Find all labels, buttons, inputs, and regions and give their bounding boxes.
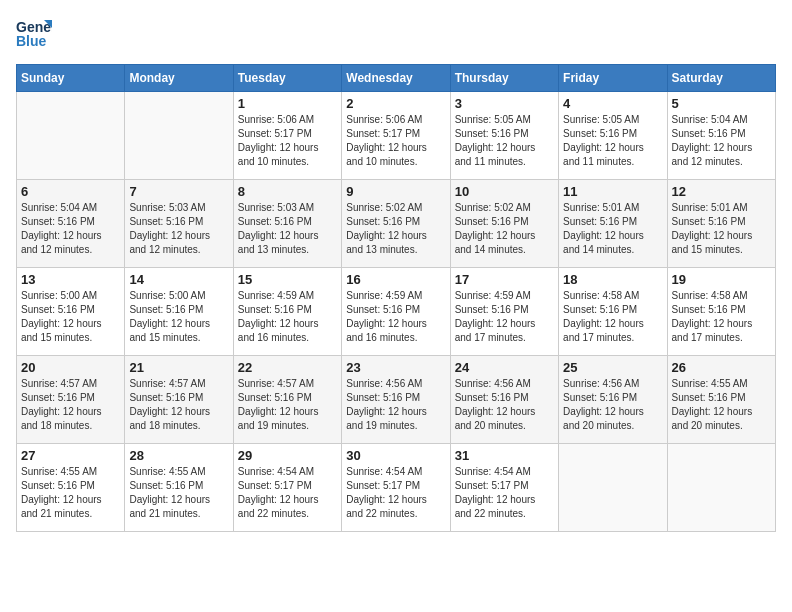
day-header-saturday: Saturday xyxy=(667,65,775,92)
calendar-cell: 23 Sunrise: 4:56 AMSunset: 5:16 PMDaylig… xyxy=(342,356,450,444)
day-info: Sunrise: 5:02 AMSunset: 5:16 PMDaylight:… xyxy=(455,201,554,257)
day-number: 12 xyxy=(672,184,771,199)
day-info: Sunrise: 5:05 AMSunset: 5:16 PMDaylight:… xyxy=(455,113,554,169)
day-info: Sunrise: 4:58 AMSunset: 5:16 PMDaylight:… xyxy=(563,289,662,345)
day-number: 28 xyxy=(129,448,228,463)
header: General Blue xyxy=(16,16,776,52)
day-info: Sunrise: 4:54 AMSunset: 5:17 PMDaylight:… xyxy=(346,465,445,521)
day-number: 1 xyxy=(238,96,337,111)
calendar-cell: 19 Sunrise: 4:58 AMSunset: 5:16 PMDaylig… xyxy=(667,268,775,356)
day-info: Sunrise: 5:03 AMSunset: 5:16 PMDaylight:… xyxy=(238,201,337,257)
calendar-cell xyxy=(559,444,667,532)
day-number: 15 xyxy=(238,272,337,287)
logo: General Blue xyxy=(16,16,52,52)
day-header-monday: Monday xyxy=(125,65,233,92)
calendar-cell: 24 Sunrise: 4:56 AMSunset: 5:16 PMDaylig… xyxy=(450,356,558,444)
calendar-cell: 5 Sunrise: 5:04 AMSunset: 5:16 PMDayligh… xyxy=(667,92,775,180)
day-info: Sunrise: 4:56 AMSunset: 5:16 PMDaylight:… xyxy=(455,377,554,433)
day-number: 2 xyxy=(346,96,445,111)
day-info: Sunrise: 5:04 AMSunset: 5:16 PMDaylight:… xyxy=(672,113,771,169)
day-number: 8 xyxy=(238,184,337,199)
day-number: 23 xyxy=(346,360,445,375)
calendar-week-row: 27 Sunrise: 4:55 AMSunset: 5:16 PMDaylig… xyxy=(17,444,776,532)
calendar-cell: 20 Sunrise: 4:57 AMSunset: 5:16 PMDaylig… xyxy=(17,356,125,444)
calendar-cell: 29 Sunrise: 4:54 AMSunset: 5:17 PMDaylig… xyxy=(233,444,341,532)
day-header-thursday: Thursday xyxy=(450,65,558,92)
day-info: Sunrise: 5:03 AMSunset: 5:16 PMDaylight:… xyxy=(129,201,228,257)
calendar-cell: 28 Sunrise: 4:55 AMSunset: 5:16 PMDaylig… xyxy=(125,444,233,532)
calendar-cell: 27 Sunrise: 4:55 AMSunset: 5:16 PMDaylig… xyxy=(17,444,125,532)
day-number: 21 xyxy=(129,360,228,375)
day-number: 17 xyxy=(455,272,554,287)
calendar-cell: 18 Sunrise: 4:58 AMSunset: 5:16 PMDaylig… xyxy=(559,268,667,356)
day-info: Sunrise: 4:55 AMSunset: 5:16 PMDaylight:… xyxy=(21,465,120,521)
calendar-cell: 25 Sunrise: 4:56 AMSunset: 5:16 PMDaylig… xyxy=(559,356,667,444)
calendar-cell: 17 Sunrise: 4:59 AMSunset: 5:16 PMDaylig… xyxy=(450,268,558,356)
calendar-cell: 31 Sunrise: 4:54 AMSunset: 5:17 PMDaylig… xyxy=(450,444,558,532)
day-info: Sunrise: 4:58 AMSunset: 5:16 PMDaylight:… xyxy=(672,289,771,345)
day-number: 9 xyxy=(346,184,445,199)
day-info: Sunrise: 4:59 AMSunset: 5:16 PMDaylight:… xyxy=(346,289,445,345)
calendar-cell: 2 Sunrise: 5:06 AMSunset: 5:17 PMDayligh… xyxy=(342,92,450,180)
calendar-cell: 22 Sunrise: 4:57 AMSunset: 5:16 PMDaylig… xyxy=(233,356,341,444)
calendar-header-row: SundayMondayTuesdayWednesdayThursdayFrid… xyxy=(17,65,776,92)
day-number: 4 xyxy=(563,96,662,111)
day-header-sunday: Sunday xyxy=(17,65,125,92)
svg-text:Blue: Blue xyxy=(16,33,47,49)
day-header-friday: Friday xyxy=(559,65,667,92)
calendar-cell xyxy=(125,92,233,180)
calendar-cell xyxy=(17,92,125,180)
calendar-week-row: 20 Sunrise: 4:57 AMSunset: 5:16 PMDaylig… xyxy=(17,356,776,444)
calendar-cell: 1 Sunrise: 5:06 AMSunset: 5:17 PMDayligh… xyxy=(233,92,341,180)
day-number: 25 xyxy=(563,360,662,375)
calendar-cell: 14 Sunrise: 5:00 AMSunset: 5:16 PMDaylig… xyxy=(125,268,233,356)
calendar-cell: 4 Sunrise: 5:05 AMSunset: 5:16 PMDayligh… xyxy=(559,92,667,180)
day-number: 19 xyxy=(672,272,771,287)
day-info: Sunrise: 4:55 AMSunset: 5:16 PMDaylight:… xyxy=(129,465,228,521)
day-number: 31 xyxy=(455,448,554,463)
calendar-cell: 26 Sunrise: 4:55 AMSunset: 5:16 PMDaylig… xyxy=(667,356,775,444)
day-info: Sunrise: 4:55 AMSunset: 5:16 PMDaylight:… xyxy=(672,377,771,433)
day-info: Sunrise: 4:57 AMSunset: 5:16 PMDaylight:… xyxy=(21,377,120,433)
calendar-cell: 16 Sunrise: 4:59 AMSunset: 5:16 PMDaylig… xyxy=(342,268,450,356)
day-number: 14 xyxy=(129,272,228,287)
calendar-cell: 3 Sunrise: 5:05 AMSunset: 5:16 PMDayligh… xyxy=(450,92,558,180)
day-number: 22 xyxy=(238,360,337,375)
day-info: Sunrise: 4:54 AMSunset: 5:17 PMDaylight:… xyxy=(455,465,554,521)
day-number: 27 xyxy=(21,448,120,463)
calendar-cell xyxy=(667,444,775,532)
day-info: Sunrise: 5:01 AMSunset: 5:16 PMDaylight:… xyxy=(563,201,662,257)
calendar-table: SundayMondayTuesdayWednesdayThursdayFrid… xyxy=(16,64,776,532)
calendar-cell: 21 Sunrise: 4:57 AMSunset: 5:16 PMDaylig… xyxy=(125,356,233,444)
day-header-tuesday: Tuesday xyxy=(233,65,341,92)
day-info: Sunrise: 5:04 AMSunset: 5:16 PMDaylight:… xyxy=(21,201,120,257)
day-number: 6 xyxy=(21,184,120,199)
day-number: 10 xyxy=(455,184,554,199)
calendar-cell: 13 Sunrise: 5:00 AMSunset: 5:16 PMDaylig… xyxy=(17,268,125,356)
calendar-week-row: 13 Sunrise: 5:00 AMSunset: 5:16 PMDaylig… xyxy=(17,268,776,356)
day-number: 20 xyxy=(21,360,120,375)
calendar-cell: 12 Sunrise: 5:01 AMSunset: 5:16 PMDaylig… xyxy=(667,180,775,268)
calendar-week-row: 6 Sunrise: 5:04 AMSunset: 5:16 PMDayligh… xyxy=(17,180,776,268)
day-number: 3 xyxy=(455,96,554,111)
calendar-body: 1 Sunrise: 5:06 AMSunset: 5:17 PMDayligh… xyxy=(17,92,776,532)
calendar-cell: 6 Sunrise: 5:04 AMSunset: 5:16 PMDayligh… xyxy=(17,180,125,268)
day-info: Sunrise: 4:54 AMSunset: 5:17 PMDaylight:… xyxy=(238,465,337,521)
calendar-cell: 9 Sunrise: 5:02 AMSunset: 5:16 PMDayligh… xyxy=(342,180,450,268)
day-info: Sunrise: 5:00 AMSunset: 5:16 PMDaylight:… xyxy=(129,289,228,345)
day-number: 16 xyxy=(346,272,445,287)
day-info: Sunrise: 5:06 AMSunset: 5:17 PMDaylight:… xyxy=(238,113,337,169)
calendar-cell: 30 Sunrise: 4:54 AMSunset: 5:17 PMDaylig… xyxy=(342,444,450,532)
day-info: Sunrise: 5:00 AMSunset: 5:16 PMDaylight:… xyxy=(21,289,120,345)
day-number: 7 xyxy=(129,184,228,199)
calendar-cell: 10 Sunrise: 5:02 AMSunset: 5:16 PMDaylig… xyxy=(450,180,558,268)
calendar-cell: 7 Sunrise: 5:03 AMSunset: 5:16 PMDayligh… xyxy=(125,180,233,268)
day-info: Sunrise: 4:59 AMSunset: 5:16 PMDaylight:… xyxy=(455,289,554,345)
day-info: Sunrise: 4:59 AMSunset: 5:16 PMDaylight:… xyxy=(238,289,337,345)
day-header-wednesday: Wednesday xyxy=(342,65,450,92)
logo-icon: General Blue xyxy=(16,16,52,52)
day-info: Sunrise: 4:56 AMSunset: 5:16 PMDaylight:… xyxy=(563,377,662,433)
day-number: 18 xyxy=(563,272,662,287)
day-info: Sunrise: 4:57 AMSunset: 5:16 PMDaylight:… xyxy=(238,377,337,433)
calendar-cell: 15 Sunrise: 4:59 AMSunset: 5:16 PMDaylig… xyxy=(233,268,341,356)
